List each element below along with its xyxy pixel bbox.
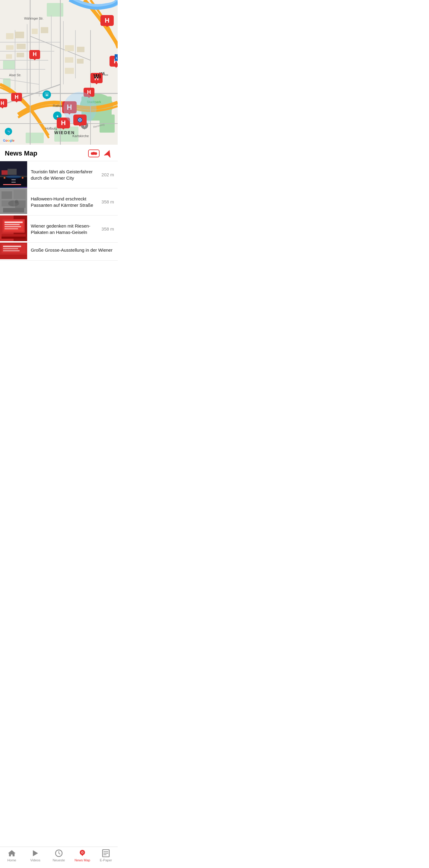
news-title: Wiener gedenken mit Riesen-Plakaten an H… xyxy=(31,223,96,236)
svg-rect-141 xyxy=(0,255,27,259)
svg-point-124 xyxy=(15,200,19,204)
svg-rect-130 xyxy=(4,221,23,223)
svg-rect-132 xyxy=(4,226,21,227)
svg-rect-133 xyxy=(4,228,18,229)
svg-text:Währinger Str.: Währinger Str. xyxy=(24,17,44,20)
news-content: Touristin fährt als Geisterfahrer durch … xyxy=(27,161,118,188)
svg-rect-118 xyxy=(1,191,12,199)
svg-text:Google: Google xyxy=(3,138,15,142)
svg-rect-119 xyxy=(13,190,26,199)
news-distance: 202 m xyxy=(102,172,114,177)
svg-rect-131 xyxy=(4,224,20,225)
svg-text:Karlskirche: Karlskirche xyxy=(73,134,89,138)
news-title: Große Grosse-Ausstellung in der Wiener xyxy=(31,247,114,253)
svg-point-109 xyxy=(22,177,24,179)
news-content: Große Grosse-Ausstellung in der Wiener xyxy=(27,243,118,260)
svg-rect-111 xyxy=(7,169,17,175)
svg-rect-114 xyxy=(11,182,16,183)
news-title: Touristin fährt als Geisterfahrer durch … xyxy=(31,168,96,181)
svg-text:1: 1 xyxy=(116,56,117,59)
news-item[interactable]: Wiener gedenken mit Riesen-Plakaten an H… xyxy=(0,216,118,243)
svg-rect-3 xyxy=(3,60,15,69)
news-item[interactable]: Halloween-Hund erschreckt Passanten auf … xyxy=(0,188,118,216)
svg-rect-37 xyxy=(65,57,73,63)
svg-text:Hofburg: Hofburg xyxy=(45,127,57,130)
svg-text:⌖: ⌖ xyxy=(46,93,48,97)
svg-rect-35 xyxy=(65,45,74,51)
svg-rect-36 xyxy=(77,47,84,52)
svg-point-99 xyxy=(79,119,81,121)
navigate-button[interactable] xyxy=(104,149,113,158)
svg-text:Wi: Wi xyxy=(93,73,101,80)
news-map-title: News Map xyxy=(5,150,37,157)
svg-text:H: H xyxy=(105,17,110,24)
svg-rect-33 xyxy=(6,54,12,59)
news-content: Halloween-Hund erschreckt Passanten auf … xyxy=(27,188,118,215)
svg-rect-34 xyxy=(17,53,24,57)
svg-rect-135 xyxy=(1,237,26,239)
svg-rect-110 xyxy=(1,170,7,175)
news-thumbnail xyxy=(0,216,27,242)
svg-text:H: H xyxy=(61,119,66,127)
svg-rect-140 xyxy=(3,250,20,251)
news-item[interactable]: Touristin fährt als Geisterfahrer durch … xyxy=(0,161,118,188)
svg-rect-28 xyxy=(15,32,24,38)
svg-point-108 xyxy=(4,177,5,179)
news-thumbnail xyxy=(0,161,27,188)
svg-rect-115 xyxy=(11,184,16,185)
thumb-image xyxy=(0,161,27,188)
svg-rect-39 xyxy=(65,68,74,74)
svg-text:H: H xyxy=(33,51,37,57)
svg-point-112 xyxy=(6,176,21,179)
svg-rect-31 xyxy=(6,45,13,50)
svg-rect-27 xyxy=(6,33,13,39)
svg-rect-1 xyxy=(47,3,63,17)
news-list: Touristin fährt als Geisterfahrer durch … xyxy=(0,161,118,261)
news-content: Wiener gedenken mit Riesen-Plakaten an H… xyxy=(27,216,118,242)
svg-text:Alser Str.: Alser Str. xyxy=(9,73,22,77)
svg-rect-38 xyxy=(77,59,84,64)
svg-text:H: H xyxy=(1,101,4,106)
news-distance: 358 m xyxy=(102,199,114,204)
svg-rect-139 xyxy=(3,248,18,249)
svg-marker-104 xyxy=(104,149,113,158)
news-thumbnail xyxy=(0,188,27,215)
svg-rect-113 xyxy=(11,179,16,180)
news-item[interactable]: Große Grosse-Ausstellung in der Wiener xyxy=(0,243,118,261)
svg-rect-29 xyxy=(32,29,38,34)
news-distance: 358 m xyxy=(102,226,114,231)
svg-rect-122 xyxy=(3,208,24,213)
svg-rect-138 xyxy=(3,246,21,247)
svg-rect-30 xyxy=(41,27,48,33)
svg-rect-32 xyxy=(17,44,26,49)
vr-eye-right xyxy=(94,152,97,155)
news-title: Halloween-Hund erschreckt Passanten auf … xyxy=(31,195,96,208)
svg-text:🐬: 🐬 xyxy=(6,130,11,134)
header-actions xyxy=(88,149,113,158)
svg-text:WIEDEN: WIEDEN xyxy=(54,130,75,135)
map-view[interactable]: Alser Str. Währinger Str. Rathausplatz H… xyxy=(0,0,118,145)
news-map-header: News Map xyxy=(0,145,118,161)
vr-button[interactable] xyxy=(88,150,99,157)
svg-rect-6 xyxy=(26,133,44,143)
vr-eye-left xyxy=(91,152,93,155)
news-thumbnail xyxy=(0,243,27,260)
svg-text:H: H xyxy=(15,94,19,100)
